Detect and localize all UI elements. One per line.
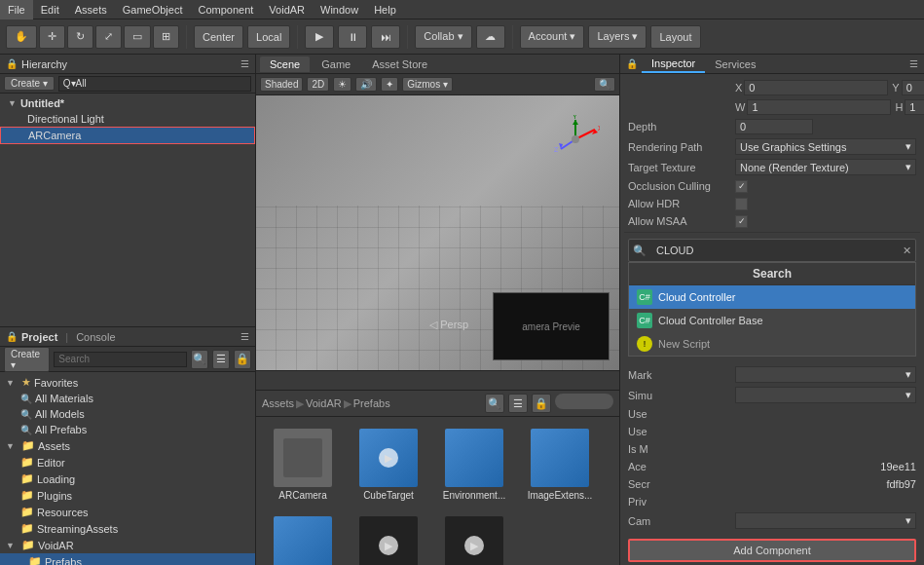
project-menu-icon[interactable]: ☰: [240, 331, 249, 342]
tree-item-streaming[interactable]: 📁 StreamingAssets: [0, 520, 255, 537]
rendering-path-dropdown[interactable]: Use Graphics Settings ▾: [735, 138, 916, 155]
hierarchy-menu-icon[interactable]: ☰: [240, 58, 249, 69]
account-button[interactable]: Account ▾: [520, 25, 585, 49]
effects-toggle[interactable]: ✦: [381, 77, 398, 92]
project-tab[interactable]: Project: [21, 331, 57, 343]
h-label: H: [895, 101, 903, 113]
project-lock-btn[interactable]: 🔒: [234, 350, 251, 369]
files-grid: ARCamera ▶ CubeTarget Environment... Ima…: [256, 417, 619, 565]
tree-item-all-prefabs[interactable]: 🔍 All Prefabs: [0, 422, 255, 437]
search-result-cloud-controller[interactable]: C# Cloud Controller: [629, 285, 915, 309]
collab-button[interactable]: Collab ▾: [415, 25, 471, 49]
w-value[interactable]: [747, 99, 891, 115]
step-button[interactable]: ⏭: [371, 25, 400, 49]
breadcrumb-prefabs[interactable]: Prefabs: [353, 397, 390, 409]
tool-move[interactable]: ✛: [39, 25, 65, 49]
cloud-icon-btn[interactable]: ☁: [476, 25, 505, 49]
tool-rotate[interactable]: ↻: [67, 25, 93, 49]
tree-item-voidar[interactable]: ▼ 📁 VoidAR: [0, 537, 255, 553]
search-result-new-script[interactable]: ! New Script: [629, 332, 915, 356]
tree-item-all-models[interactable]: 🔍 All Models: [0, 406, 255, 422]
audio-toggle[interactable]: 🔊: [355, 77, 377, 92]
add-component-button[interactable]: Add Component: [628, 539, 916, 562]
scene-view[interactable]: X Y Z ◁ Persp amera Previe: [256, 95, 619, 370]
menu-gameobject[interactable]: GameObject: [115, 0, 191, 19]
breadcrumb-voidar[interactable]: VoidAR: [306, 397, 342, 409]
menu-window[interactable]: Window: [313, 0, 366, 19]
search-clear-icon[interactable]: ✕: [903, 245, 911, 257]
project-filter-btn[interactable]: ☰: [212, 350, 230, 369]
2d-button[interactable]: 2D: [307, 77, 329, 92]
inspector-menu-icon[interactable]: ☰: [909, 58, 918, 69]
light-toggle[interactable]: ☀: [333, 77, 351, 92]
allow-hdr-checkbox[interactable]: [735, 198, 748, 210]
files-lock-btn[interactable]: 🔒: [532, 394, 551, 413]
console-tab[interactable]: Console: [76, 331, 115, 343]
files-search-btn[interactable]: 🔍: [485, 394, 504, 413]
file-arcamera[interactable]: ARCamera: [264, 425, 342, 505]
tree-item-favorites[interactable]: ▼ ★ Favorites: [0, 374, 255, 391]
menu-assets[interactable]: Assets: [67, 0, 115, 19]
file-imagetarget[interactable]: ImageTarget: [264, 512, 342, 565]
hierarchy-item-arcamera[interactable]: ARCamera: [0, 127, 255, 144]
tab-services[interactable]: Services: [705, 56, 765, 72]
target-texture-dropdown[interactable]: None (Render Texture) ▾: [735, 159, 916, 175]
breadcrumb-assets[interactable]: Assets: [262, 397, 294, 409]
menu-help[interactable]: Help: [366, 0, 404, 19]
tree-item-prefabs[interactable]: 📁 Prefabs: [0, 553, 255, 565]
project-search[interactable]: [54, 352, 187, 367]
project-create-btn[interactable]: Create ▾: [4, 347, 50, 372]
tree-item-all-materials[interactable]: 🔍 All Materials: [0, 391, 255, 406]
zoom-slider[interactable]: [555, 394, 613, 409]
tab-game[interactable]: Game: [312, 56, 360, 72]
tree-item-loading[interactable]: 📁 Loading: [0, 471, 255, 487]
layers-button[interactable]: Layers ▾: [588, 25, 647, 49]
file-videoplay[interactable]: ▶ VideoPlay: [435, 512, 513, 565]
tool-hand[interactable]: ✋: [6, 25, 37, 49]
mark-dropdown[interactable]: ▾: [735, 366, 916, 383]
layout-button[interactable]: Layout: [650, 25, 700, 49]
tree-item-editor[interactable]: 📁 Editor: [0, 454, 255, 471]
pause-button[interactable]: ⏸: [338, 25, 367, 49]
menu-edit[interactable]: Edit: [33, 0, 67, 19]
gizmos-dropdown[interactable]: Gizmos ▾: [402, 77, 453, 92]
hierarchy-create-btn[interactable]: Create ▾: [4, 76, 55, 91]
tool-rect[interactable]: ▭: [124, 25, 151, 49]
search-input[interactable]: [650, 242, 903, 259]
tool-scale[interactable]: ⤢: [95, 25, 122, 49]
cam-dropdown[interactable]: ▾: [735, 512, 916, 529]
menu-bar: File Edit Assets GameObject Component Vo…: [0, 0, 924, 19]
local-button[interactable]: Local: [247, 25, 290, 49]
hierarchy-item-directional-light[interactable]: Directional Light: [0, 111, 255, 127]
file-environment[interactable]: Environment...: [435, 425, 513, 505]
menu-voidar[interactable]: VoidAR: [261, 0, 313, 19]
search-result-cloud-controller-base[interactable]: C# Cloud Controller Base: [629, 309, 915, 332]
shading-dropdown[interactable]: Shaded: [260, 77, 303, 92]
tree-item-resources[interactable]: 📁 Resources: [0, 504, 255, 520]
hierarchy-search[interactable]: [58, 76, 251, 92]
files-filter-btn[interactable]: ☰: [508, 394, 528, 413]
play-button[interactable]: ▶: [305, 25, 334, 49]
occlusion-culling-checkbox[interactable]: [735, 180, 748, 193]
center-button[interactable]: Center: [194, 25, 243, 49]
project-search-btn[interactable]: 🔍: [191, 350, 208, 369]
tool-transform[interactable]: ⊞: [153, 25, 179, 49]
tab-scene[interactable]: Scene: [260, 56, 310, 72]
simu-dropdown[interactable]: ▾: [735, 387, 916, 403]
tree-item-assets[interactable]: ▼ 📁 Assets: [0, 437, 255, 454]
hierarchy-item-untitled[interactable]: ▼ Untitled*: [0, 95, 255, 111]
tree-item-plugins[interactable]: 📁 Plugins: [0, 487, 255, 504]
depth-value[interactable]: [735, 119, 813, 134]
allow-msaa-checkbox[interactable]: [735, 215, 748, 228]
tab-asset-store[interactable]: Asset Store: [362, 56, 437, 72]
file-cubetarget[interactable]: ▶ CubeTarget: [350, 425, 427, 505]
x-value[interactable]: [744, 80, 888, 95]
tab-inspector[interactable]: Inspector: [642, 56, 705, 73]
file-splashvideo[interactable]: ▶ SplashVideo: [350, 512, 427, 565]
menu-file[interactable]: File: [0, 0, 33, 19]
y-value[interactable]: [902, 80, 924, 95]
h-value[interactable]: [905, 99, 924, 115]
menu-component[interactable]: Component: [190, 0, 261, 19]
scene-search[interactable]: 🔍: [594, 77, 615, 92]
file-imageextens[interactable]: ImageExtens...: [521, 425, 599, 505]
